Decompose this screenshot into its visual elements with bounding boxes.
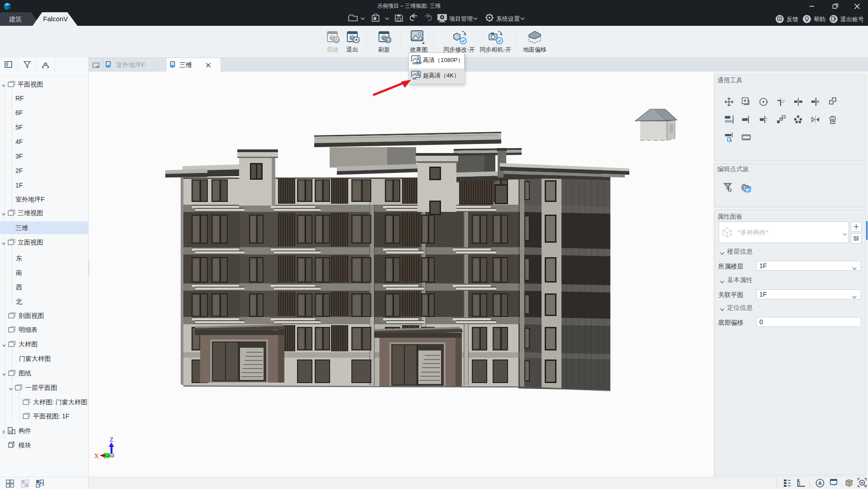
svg-text:A: A <box>818 480 822 486</box>
svg-text:1080P: 1080P <box>412 61 422 65</box>
